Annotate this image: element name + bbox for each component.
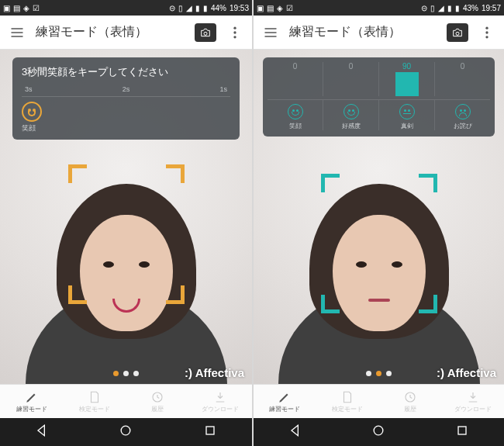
status-notification-icons: ▣ ▤ ◈ ☑ (257, 4, 293, 12)
app-bar: 練習モード（表情） (0, 16, 252, 50)
metric-item: 真剣 (378, 100, 434, 130)
svg-point-6 (485, 26, 488, 29)
svg-rect-11 (458, 427, 466, 434)
bottom-tab-bar: 練習モード 検定モード 履歴 ダウンロード (254, 384, 504, 418)
target-expression-label: 笑顔 (22, 123, 42, 133)
metric-label: 笑顔 (289, 122, 302, 130)
tab-history[interactable]: 履歴 (126, 385, 189, 418)
dnd-icon: ⊝ (421, 4, 427, 12)
page-title: 練習モード（表情） (289, 24, 440, 40)
metric-item: 笑顔 (268, 100, 323, 130)
metric-bar: 0 (268, 62, 323, 96)
apology-face-icon (455, 104, 471, 119)
dnd-icon: ⊝ (169, 4, 175, 12)
page-dot[interactable] (123, 371, 129, 376)
nav-home-button[interactable] (118, 423, 133, 441)
vibrate-icon: ▯ (430, 4, 435, 12)
face-tracking-frame (321, 174, 437, 313)
metric-value: 0 (461, 62, 465, 71)
tab-download[interactable]: ダウンロード (441, 385, 504, 418)
android-nav-bar (254, 418, 504, 446)
instruction-overlay: 3秒間笑顔をキープしてください 3s 2s 1s 笑顔 (12, 57, 240, 140)
smile-icon (22, 102, 42, 122)
screenshot-left: ▣ ▤ ◈ ☑ ⊝ ▯ ◢ ▮ ▮ 44% 19:53 練習モード（表情） (0, 0, 252, 446)
svg-point-1 (233, 31, 236, 33)
tab-label: 検定モード (332, 405, 363, 413)
metric-item: 好感度 (323, 100, 378, 130)
nav-home-button[interactable] (371, 423, 386, 441)
tab-label: 練習モード (269, 405, 300, 413)
brand-watermark: :) Affectiva (185, 366, 244, 379)
more-button[interactable] (475, 20, 499, 45)
tab-practice[interactable]: 練習モード (0, 385, 63, 418)
notif-icon: ▤ (267, 4, 274, 12)
nav-recents-button[interactable] (202, 423, 218, 441)
tab-download[interactable]: ダウンロード (189, 385, 252, 418)
smile-face-icon (288, 104, 303, 119)
metric-value: 0 (293, 62, 298, 71)
countdown-tick: 2s (123, 85, 130, 93)
tab-exam[interactable]: 検定モード (316, 385, 379, 418)
menu-button[interactable] (5, 20, 29, 45)
serious-face-icon (399, 104, 415, 119)
android-status-bar: ▣ ▤ ◈ ☑ ⊝ ▯ ◢ ▮ ▮ 44% 19:53 (0, 0, 252, 16)
signal-icon: ▮ (195, 4, 200, 12)
tab-label: ダウンロード (202, 405, 239, 413)
tab-label: ダウンロード (454, 405, 492, 413)
bottom-tab-bar: 練習モード 検定モード 履歴 ダウンロード (0, 384, 252, 418)
signal-icon: ▮ (447, 4, 452, 12)
notif-icon: ▣ (257, 4, 264, 12)
page-dot[interactable] (386, 371, 392, 376)
tab-history[interactable]: 履歴 (379, 385, 442, 418)
nav-back-button[interactable] (34, 423, 50, 441)
camera-viewport: 3秒間笑顔をキープしてください 3s 2s 1s 笑顔 :) Affectiva (0, 50, 252, 384)
page-dot[interactable] (113, 371, 119, 376)
battery-percent: 43% (463, 4, 478, 12)
tab-label: 練習モード (16, 405, 47, 413)
more-button[interactable] (223, 20, 247, 45)
countdown-row: 3s 2s 1s (22, 85, 230, 97)
battery-icon: ▮ (455, 4, 460, 12)
svg-point-8 (485, 36, 488, 38)
app-bar: 練習モード（表情） (254, 16, 504, 50)
svg-point-2 (233, 36, 236, 38)
metrics-bar-chart: 0 0 90 0 (268, 62, 490, 96)
metric-item: お詫び (434, 100, 490, 130)
battery-percent: 44% (211, 4, 226, 12)
notif-icon: ◈ (23, 4, 29, 12)
notif-icon: ▤ (13, 4, 20, 12)
svg-point-0 (233, 26, 236, 29)
status-notification-icons: ▣ ▤ ◈ ☑ (3, 4, 40, 12)
metric-value: 90 (402, 62, 411, 71)
tab-practice[interactable]: 練習モード (254, 385, 316, 418)
nav-recents-button[interactable] (454, 423, 470, 441)
metric-label: お詫び (454, 122, 472, 130)
metric-labels-row: 笑顔 好感度 真剣 お詫び (268, 99, 490, 130)
face-tracking-frame (68, 164, 185, 304)
camera-viewport: 0 0 90 0 笑顔 (254, 50, 504, 384)
menu-button[interactable] (258, 20, 283, 45)
page-dot[interactable] (376, 371, 381, 376)
clock: 19:53 (230, 4, 249, 12)
metric-bar: 90 (378, 62, 434, 96)
android-nav-bar (0, 418, 252, 446)
metric-value: 0 (349, 62, 354, 71)
clock: 19:57 (482, 4, 501, 12)
nav-back-button[interactable] (288, 423, 303, 441)
page-dot[interactable] (366, 371, 371, 376)
brand-watermark: :) Affectiva (437, 366, 496, 379)
page-title: 練習モード（表情） (36, 24, 188, 40)
wifi-icon: ◢ (438, 4, 444, 12)
notif-icon: ▣ (3, 4, 10, 12)
vibrate-icon: ▯ (178, 4, 183, 12)
switch-camera-button[interactable] (447, 23, 468, 42)
tab-label: 履歴 (151, 405, 164, 413)
svg-point-10 (375, 426, 384, 435)
metric-bar: 0 (323, 62, 378, 96)
tab-label: 検定モード (79, 405, 110, 413)
svg-point-4 (122, 426, 131, 435)
switch-camera-button[interactable] (195, 23, 216, 42)
tab-exam[interactable]: 検定モード (63, 385, 126, 418)
status-system-icons: ⊝ ▯ ◢ ▮ ▮ 44% 19:53 (169, 4, 249, 12)
page-dot[interactable] (133, 371, 139, 376)
